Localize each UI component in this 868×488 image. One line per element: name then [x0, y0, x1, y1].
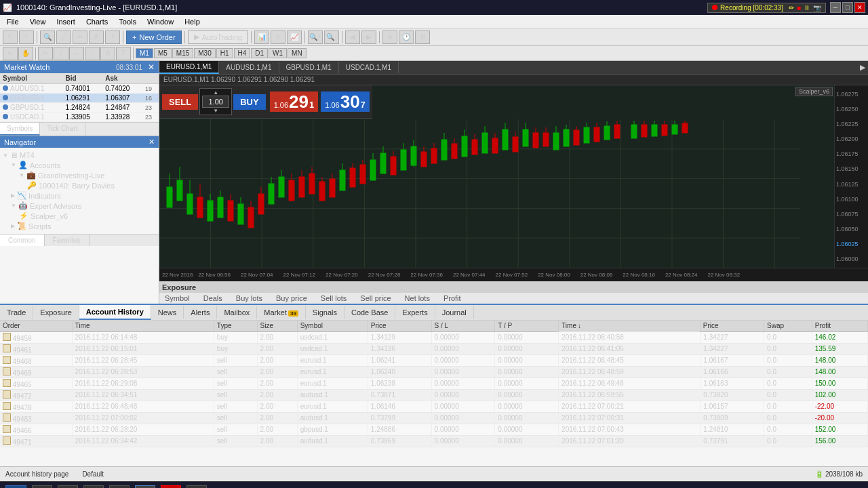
mw-tab-tick[interactable]: Tick Chart [40, 123, 85, 136]
table-row[interactable]: 49469 2016.11.22 06:28:53 sell 2.00 euru… [0, 366, 868, 378]
table-row[interactable]: 49465 2016.11.22 06:29:08 sell 2.00 euru… [0, 378, 868, 389]
col-close-price[interactable]: Price [701, 321, 764, 331]
toolbar-candle[interactable]: 🕯 [271, 30, 285, 44]
tab-market[interactable]: Market39 [257, 306, 306, 319]
menu-charts[interactable]: Charts [81, 16, 113, 27]
taskbar-app-x[interactable]: ✕ [161, 485, 181, 489]
table-row[interactable]: AUDUSD.1 0.74001 0.74020 19 [0, 84, 159, 94]
tf-text[interactable]: A [100, 47, 115, 60]
nav-experts[interactable]: ▼ 🤖 Expert Advisors [3, 201, 156, 211]
tf-vline[interactable]: │ [85, 47, 100, 60]
chart-tab-eurusd[interactable]: EURUSD.1,M1 [159, 61, 219, 74]
taskbar-app-1[interactable]: 🗂 [32, 485, 52, 489]
stop-icon[interactable]: ■ [797, 4, 801, 12]
menu-insert[interactable]: Insert [51, 16, 81, 27]
tf-m30[interactable]: M30 [194, 48, 215, 58]
table-row[interactable]: 49483 2016.11.22 07:00:02 sell 2.00 audu… [0, 412, 868, 424]
tf-hline[interactable]: ─ [69, 47, 84, 60]
toolbar-line[interactable]: ╱ [56, 30, 71, 44]
close-button[interactable]: ✕ [854, 2, 865, 13]
tf-w1[interactable]: W1 [269, 48, 287, 58]
col-type[interactable]: Type [214, 321, 257, 331]
toolbar-text[interactable]: A [89, 30, 104, 44]
table-row[interactable]: 49478 2016.11.22 06:48:48 sell 2.00 euru… [0, 401, 868, 412]
lot-input[interactable] [202, 96, 229, 108]
table-row[interactable]: 49466 2016.11.22 06:28:20 sell 2.00 gbpu… [0, 424, 868, 435]
table-row[interactable]: 49459 2016.11.22 06:14:48 buy 2.00 usdca… [0, 331, 868, 343]
toolbar-pencil[interactable]: ✏ [73, 30, 87, 44]
col-symbol[interactable]: Symbol [297, 321, 368, 331]
tab-exposure[interactable]: Exposure [33, 306, 79, 319]
pause-icon[interactable]: ⏸ [804, 4, 810, 12]
col-sl[interactable]: S / L [431, 321, 495, 331]
tab-experts[interactable]: Experts [395, 306, 435, 319]
market-watch-close[interactable]: ✕ [148, 62, 155, 72]
menu-tools[interactable]: Tools [113, 16, 142, 27]
tab-signals[interactable]: Signals [306, 306, 344, 319]
tab-code-base[interactable]: Code Base [344, 306, 395, 319]
toolbar-scroll-right[interactable]: ▶ [361, 30, 376, 44]
toolbar-zoom-out[interactable]: 🔍- [324, 30, 339, 44]
tf-h1[interactable]: H1 [216, 48, 233, 58]
navigator-close[interactable]: ✕ [149, 138, 155, 146]
nav-tab-favorites[interactable]: Favorites [45, 235, 90, 246]
chart-tab-audusd[interactable]: AUDUSD.1,M1 [219, 62, 279, 73]
autotrading-button[interactable]: ▶ AutoTrading [188, 30, 249, 44]
nav-grand[interactable]: ▼ 💼 GrandInvesting-Live [3, 170, 156, 180]
toolbar-period[interactable]: T [105, 30, 120, 44]
toolbar-clock[interactable]: 🕐 [399, 30, 414, 44]
taskbar-app-chrome[interactable]: ◯ [109, 485, 130, 489]
chart-tab-gbpusd[interactable]: GBPUSD.1,M1 [279, 62, 339, 73]
tf-draw[interactable]: ✏ [38, 47, 53, 60]
tf-mn[interactable]: MN [288, 48, 307, 58]
nav-mt4[interactable]: ▼ 🖥 MT4 [3, 150, 156, 160]
table-row[interactable]: EURUSD.1 1.06291 1.06307 16 [0, 94, 159, 103]
table-row[interactable]: GBPUSD.1 1.24824 1.24847 23 [0, 103, 159, 113]
tab-alerts[interactable]: Alerts [184, 306, 217, 319]
toolbar-scroll-left[interactable]: ◀ [345, 30, 360, 44]
toolbar-zoom-in2[interactable]: 🔍+ [308, 30, 323, 44]
maximize-button[interactable]: □ [842, 2, 853, 13]
col-swap[interactable]: Swap [764, 321, 812, 331]
toolbar-crosshair2[interactable]: ⊕ [382, 30, 397, 44]
tab-mailbox[interactable]: Mailbox [217, 306, 257, 319]
toolbar-bar-chart[interactable]: 📊 [254, 30, 269, 44]
tab-account-history[interactable]: Account History [79, 305, 151, 320]
mw-tab-symbols[interactable]: Symbols [0, 123, 40, 136]
menu-file[interactable]: File [1, 16, 24, 27]
taskbar-app-firefox[interactable]: 🦊 [83, 485, 104, 489]
toolbar-settings[interactable]: ⚙ [415, 30, 430, 44]
tf-m1[interactable]: M1 [136, 48, 153, 58]
new-order-button[interactable]: + New Order [126, 30, 182, 44]
nav-accounts[interactable]: ▼ 👤 Accounts [3, 160, 156, 170]
chart-scroll-btn[interactable]: ▶ [857, 61, 868, 74]
table-row[interactable]: 49468 2016.11.22 06:28:45 sell 2.00 euru… [0, 354, 868, 366]
col-time[interactable]: Time [72, 321, 214, 331]
menu-view[interactable]: View [24, 16, 52, 27]
toolbar-arrow[interactable]: ↖ [3, 30, 18, 44]
col-size[interactable]: Size [257, 321, 297, 331]
nav-account-id[interactable]: 🔑 1000140: Barry Davies [3, 180, 156, 190]
menu-help[interactable]: Help [179, 16, 205, 27]
minimize-button[interactable]: ─ [830, 2, 841, 13]
col-tp[interactable]: T / P [495, 321, 559, 331]
tab-journal[interactable]: Journal [435, 306, 474, 319]
col-close-time[interactable]: Time ↓ [559, 321, 701, 331]
tf-m15[interactable]: M15 [172, 48, 193, 58]
start-button[interactable]: ⊞ [5, 485, 26, 489]
tf-line[interactable]: ╱ [54, 47, 68, 60]
taskbar-app-2[interactable]: 📁 [58, 485, 78, 489]
taskbar-app-skype[interactable]: S [135, 485, 155, 489]
toolbar-crosshair[interactable]: + [19, 30, 34, 44]
tf-h4[interactable]: H4 [234, 48, 251, 58]
table-row[interactable]: 49461 2016.11.22 06:15:01 buy 2.00 usdca… [0, 343, 868, 354]
toolbar-zoom-in[interactable]: 🔍 [40, 30, 55, 44]
tab-news[interactable]: News [151, 306, 184, 319]
sell-button[interactable]: SELL [162, 94, 198, 110]
table-row[interactable]: USDCAD.1 1.33905 1.33928 23 [0, 113, 159, 122]
tf-hand[interactable]: ✋ [18, 47, 33, 60]
chart-main[interactable]: SELL ▲ ▼ BUY 1.06 29 1 [159, 85, 834, 268]
tab-trade[interactable]: Trade [0, 306, 33, 319]
tf-arrow[interactable]: ↖ [3, 47, 18, 60]
tf-period[interactable]: T [116, 47, 131, 60]
